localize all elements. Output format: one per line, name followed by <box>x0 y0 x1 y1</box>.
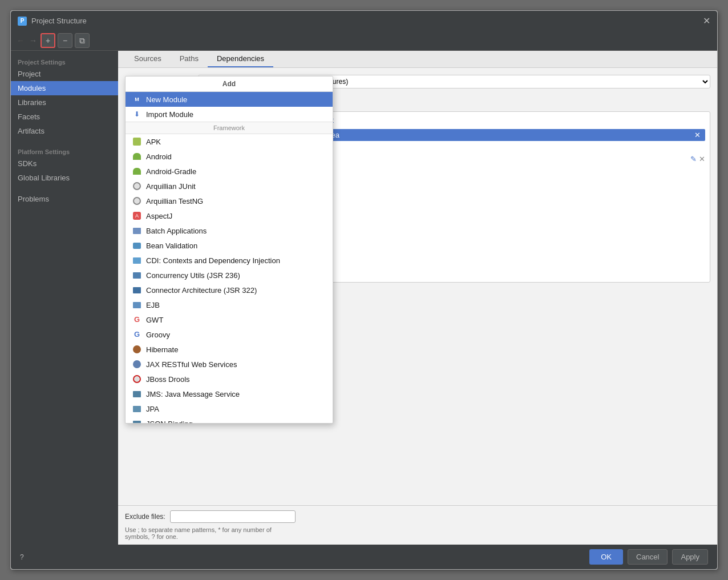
framework-groovy[interactable]: G Groovy <box>126 327 333 342</box>
dropdown-scroll[interactable]: M New Module ⬇ Import Module Framework <box>126 92 333 423</box>
src-folder-row: src ✎ ✕ <box>283 155 705 163</box>
close-path-icon[interactable]: ✕ <box>694 131 701 139</box>
android-gradle-icon <box>132 167 141 176</box>
content-area: Sources Paths Dependencies Module SDK: P… <box>118 51 717 545</box>
title-bar-left: P Project Structure <box>18 17 87 26</box>
connector-icon <box>132 285 141 295</box>
sidebar-item-problems[interactable]: Problems <box>11 192 118 206</box>
framework-apk[interactable]: APK <box>126 134 333 149</box>
jboss-icon <box>132 374 141 384</box>
tab-dependencies[interactable]: Dependencies <box>208 51 273 67</box>
sidebar-libraries-label: Libraries <box>18 98 46 107</box>
framework-aspectj[interactable]: A AspectJ <box>126 208 333 223</box>
framework-jboss[interactable]: JBoss Drools <box>126 372 333 386</box>
cdi-label: CDI: Contexts and Dependency Injection <box>146 256 280 265</box>
arquillian-junit-label: Arquillian JUnit <box>146 182 196 191</box>
new-module-icon: M <box>132 95 141 104</box>
dialog-footer: ? OK Cancel Apply <box>11 545 717 569</box>
sidebar-modules-label: Modules <box>18 84 46 92</box>
framework-connector[interactable]: Connector Architecture (JSR 322) <box>126 283 333 297</box>
sidebar-item-libraries[interactable]: Libraries <box>11 95 118 110</box>
edit-src-button[interactable]: ✎ <box>690 155 697 163</box>
sidebar-sdks-label: SDKs <box>18 159 37 168</box>
source-folders-label: Source Folders <box>283 144 705 152</box>
json-binding-icon <box>132 419 141 423</box>
apk-icon <box>132 137 141 146</box>
framework-jpa[interactable]: JPA <box>126 401 333 416</box>
sidebar-facets-label: Facets <box>18 112 40 121</box>
framework-jms[interactable]: JMS: Java Message Service <box>126 386 333 401</box>
add-button[interactable]: + <box>41 33 55 48</box>
sidebar-item-modules[interactable]: Modules <box>11 81 118 95</box>
content-tabs: Sources Paths Dependencies <box>118 51 717 68</box>
batch-icon <box>132 226 141 235</box>
new-module-item[interactable]: M New Module <box>126 92 333 107</box>
nav-arrows: ← → <box>15 36 38 45</box>
new-module-label: New Module <box>146 95 187 104</box>
main-content: Project Settings Project Modules Librari… <box>11 51 717 545</box>
framework-android-gradle[interactable]: Android-Gradle <box>126 164 333 179</box>
framework-batch[interactable]: Batch Applications <box>126 223 333 238</box>
framework-ejb[interactable]: EJB <box>126 297 333 312</box>
back-button[interactable]: ← <box>15 36 26 45</box>
gwt-icon: G <box>132 315 141 324</box>
tab-sources[interactable]: Sources <box>125 51 171 67</box>
import-module-item[interactable]: ⬇ Import Module <box>126 107 333 122</box>
toolbar: ← → + − ⧉ <box>11 31 717 51</box>
framework-gwt[interactable]: G GWT <box>126 312 333 327</box>
app-icon: P <box>18 17 27 26</box>
remove-button[interactable]: − <box>58 33 72 48</box>
concurrency-label: Concurrency Utils (JSR 236) <box>146 271 240 280</box>
android-gradle-label: Android-Gradle <box>146 167 196 176</box>
exclude-row: Exclude files: <box>125 510 710 523</box>
sidebar-item-facets[interactable]: Facets <box>11 110 118 124</box>
ok-button[interactable]: OK <box>589 549 623 565</box>
project-structure-dialog: P Project Structure ✕ ← → + − ⧉ Project … <box>10 10 718 570</box>
exclude-files-label: Exclude files: <box>125 513 165 521</box>
gwt-label: GWT <box>146 316 163 324</box>
import-module-icon: ⬇ <box>132 110 141 119</box>
jms-label: JMS: Java Message Service <box>146 390 240 398</box>
framework-concurrency[interactable]: Concurrency Utils (JSR 236) <box>126 268 333 283</box>
remove-src-button[interactable]: ✕ <box>699 155 705 163</box>
exclude-files-input[interactable] <box>170 510 296 523</box>
framework-json-binding[interactable]: JSON Binding <box>126 416 333 423</box>
cancel-button[interactable]: Cancel <box>628 549 668 565</box>
framework-hibernate[interactable]: Hibernate <box>126 342 333 357</box>
copy-button[interactable]: ⧉ <box>75 33 90 48</box>
arquillian-testng-icon <box>132 196 141 206</box>
connector-label: Connector Architecture (JSR 322) <box>146 286 257 295</box>
framework-arquillian-junit[interactable]: Arquillian JUnit <box>126 179 333 194</box>
sidebar-item-project[interactable]: Project <box>11 67 118 81</box>
hibernate-icon <box>132 345 141 354</box>
groovy-label: Groovy <box>146 331 170 339</box>
help-button[interactable]: ? <box>20 553 24 561</box>
path-item[interactable]: E:\Codes\test-idea ✕ <box>274 129 705 141</box>
framework-bean[interactable]: Bean Validation <box>126 238 333 253</box>
add-content-root-button[interactable]: + Add Content Root <box>274 116 705 124</box>
jboss-label: JBoss Drools <box>146 375 190 384</box>
src-folder-text: src <box>283 155 688 163</box>
sidebar-item-artifacts[interactable]: Artifacts <box>11 124 118 138</box>
sidebar-artifacts-label: Artifacts <box>18 127 45 135</box>
content-root-panel: + Add Content Root E:\Codes\test-idea ✕ … <box>269 111 710 283</box>
add-dropdown: Add M New Module ⬇ Import Modu <box>125 76 333 424</box>
ejb-label: EJB <box>146 301 160 309</box>
apply-button[interactable]: Apply <box>672 549 708 565</box>
framework-jax[interactable]: JAX RESTful Web Services <box>126 357 333 372</box>
sidebar-item-sdks[interactable]: SDKs <box>11 156 118 171</box>
concurrency-icon <box>132 271 141 280</box>
hint-text-2: symbols, ? for one. <box>125 533 710 540</box>
dialog-title: Project Structure <box>31 17 87 25</box>
tab-paths[interactable]: Paths <box>171 51 208 67</box>
forward-button[interactable]: → <box>28 36 38 45</box>
framework-android[interactable]: Android <box>126 149 333 164</box>
framework-cdi[interactable]: CDI: Contexts and Dependency Injection <box>126 253 333 268</box>
jax-label: JAX RESTful Web Services <box>146 360 237 369</box>
sidebar-item-global-libraries[interactable]: Global Libraries <box>11 171 118 185</box>
aspectj-label: AspectJ <box>146 212 172 220</box>
close-button[interactable]: ✕ <box>703 15 710 26</box>
title-bar: P Project Structure ✕ <box>11 11 717 31</box>
framework-arquillian-testng[interactable]: Arquillian TestNG <box>126 194 333 208</box>
jax-icon <box>132 360 141 369</box>
